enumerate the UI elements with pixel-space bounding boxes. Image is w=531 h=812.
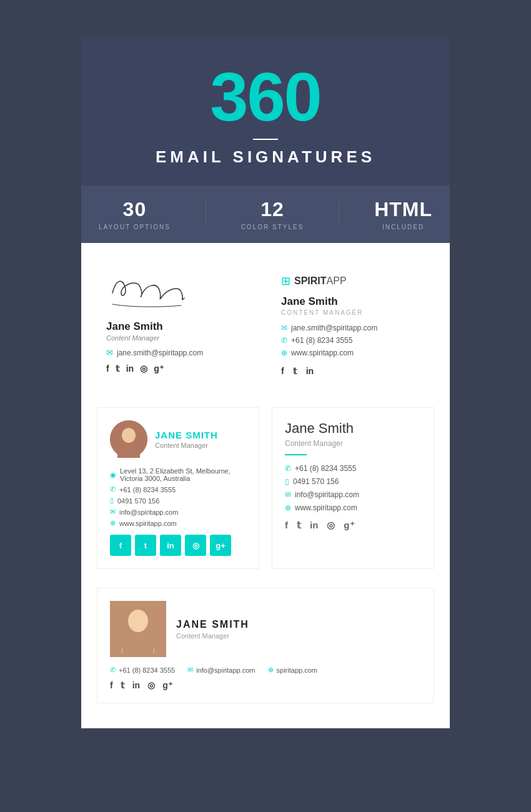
ig-icon-3[interactable]: ◎ <box>327 520 335 531</box>
googleplus-icon[interactable]: g⁺ <box>154 364 164 374</box>
sig2-right-title: Content Manager <box>285 439 421 448</box>
fb-btn[interactable]: f <box>110 535 131 556</box>
sig2-left-mobile: 0491 570 156 <box>117 497 159 505</box>
facebook-icon-2[interactable]: f <box>281 366 284 376</box>
sig3-phone-text: +61 (8) 8234 3555 <box>119 666 175 674</box>
sig2-left-name-block: JANE SMITH Content Manager <box>155 430 218 449</box>
sig3-title: Content Manager <box>176 632 249 640</box>
twitter-icon[interactable]: 𝕥 <box>116 364 120 374</box>
fb-icon-4[interactable]: f <box>110 680 113 690</box>
sig2-left-title: Content Manager <box>155 442 218 449</box>
instagram-icon[interactable]: ◎ <box>140 364 147 374</box>
stat-color: 12 COLOR STYLES <box>241 198 304 230</box>
stats-bar: 30 LAYOUT OPTIONS 12 COLOR STYLES HTML I… <box>81 186 450 243</box>
sig2-right-mobile-row: ▯ 0491 570 156 <box>285 477 421 486</box>
spirit-logo-text: SPIRITAPP <box>294 275 347 287</box>
signature-3: JANE SMITH Content Manager ✆ +61 (8) 823… <box>97 588 434 703</box>
stat-color-number: 12 <box>241 198 304 221</box>
sig3-social: f 𝕥 in ◎ g⁺ <box>110 680 421 690</box>
stat-html-number: HTML <box>374 198 432 221</box>
ig-btn[interactable]: ◎ <box>185 535 206 556</box>
map-icon: ◉ <box>110 471 116 479</box>
sig2-left-website-row: ⊕ www.spiritapp.com <box>110 519 246 527</box>
sig1-left-email: jane.smith@spiritapp.com <box>117 349 203 357</box>
envelope-icon-3: ✉ <box>110 508 116 516</box>
sig2-right-phone: +61 (8) 8234 3555 <box>295 464 356 473</box>
sig3-name: JANE SMITH <box>176 619 249 630</box>
main-card: 360 EMAIL SIGNATURES 30 LAYOUT OPTIONS 1… <box>81 37 450 728</box>
handwritten-signature <box>106 274 250 314</box>
stat-layout-number: 30 <box>99 198 171 221</box>
signature-2-right: Jane Smith Content Manager ✆ +61 (8) 823… <box>272 407 434 569</box>
globe-icon-4: ⊕ <box>268 666 274 674</box>
sig1-left-email-row: ✉ jane.smith@spiritapp.com <box>106 348 250 357</box>
gp-icon-3[interactable]: g⁺ <box>344 520 354 531</box>
sig2-left-header: JANE SMITH Content Manager <box>110 420 246 458</box>
twitter-icon-2[interactable]: 𝕥 <box>293 366 297 376</box>
sig1-right-website: www.spiritapp.com <box>291 349 354 357</box>
sig3-website: ⊕ spiritapp.com <box>268 666 317 674</box>
sig3-phone: ✆ +61 (8) 8234 3555 <box>110 666 175 674</box>
svg-rect-3 <box>117 445 140 458</box>
signature-1-right: ⊞ SPIRITAPP Jane Smith CONTENT MANAGER ✉… <box>272 262 434 389</box>
stat-color-label: COLOR STYLES <box>241 224 304 230</box>
sig3-header: JANE SMITH Content Manager <box>110 601 421 657</box>
li-icon-4[interactable]: in <box>132 680 140 690</box>
linkedin-icon-2[interactable]: in <box>306 366 314 376</box>
ig-icon-4[interactable]: ◎ <box>147 680 155 690</box>
hero-number: 360 <box>94 62 437 131</box>
envelope-icon-4: ✉ <box>285 490 291 499</box>
facebook-icon[interactable]: f <box>106 364 109 374</box>
sig2-right-phone-row: ✆ +61 (8) 8234 3555 <box>285 464 421 473</box>
sig1-right-website-row: ⊕ www.spiritapp.com <box>281 349 425 357</box>
signatures-section: Jane Smith Content Manager ✉ jane.smith@… <box>81 243 450 728</box>
sig1-right-social: f 𝕥 in <box>281 366 425 376</box>
tw-icon-3[interactable]: 𝕥 <box>297 520 301 531</box>
sig2-left-social: f t in ◎ g+ <box>110 535 246 556</box>
sig2-right-website: www.spiritapp.com <box>295 503 357 512</box>
sig1-right-email-row: ✉ jane.smith@spiritapp.com <box>281 324 425 332</box>
signature-row-2: JANE SMITH Content Manager ◉ Level 13, 2… <box>97 407 434 569</box>
linkedin-icon[interactable]: in <box>126 364 134 374</box>
sig3-photo <box>110 601 166 657</box>
signature-1-left: Jane Smith Content Manager ✉ jane.smith@… <box>97 262 259 389</box>
globe-icon: ⊕ <box>281 349 287 357</box>
stat-layout-label: LAYOUT OPTIONS <box>99 224 171 230</box>
sig1-left-name: Jane Smith <box>106 320 250 333</box>
gp-btn[interactable]: g+ <box>210 535 231 556</box>
svg-rect-7 <box>122 637 154 657</box>
phone-icon-4: ✆ <box>110 666 116 674</box>
hero-title: EMAIL SIGNATURES <box>94 147 437 167</box>
sig2-right-mobile: 0491 570 156 <box>293 477 339 486</box>
sig2-left-mobile-row: ▯ 0491 570 156 <box>110 497 246 505</box>
sig2-left-address-row: ◉ Level 13, 2 Elizabeth St, Melbourne, V… <box>110 467 246 482</box>
stat-html-label: INCLUDED <box>374 224 432 230</box>
svg-point-1 <box>122 428 136 443</box>
phone-icon: ✆ <box>281 336 287 345</box>
spirit-logo-icon: ⊞ <box>281 274 290 288</box>
sig1-right-email: jane.smith@spiritapp.com <box>291 324 377 332</box>
sig1-right-title: CONTENT MANAGER <box>281 309 425 316</box>
stat-divider-2 <box>339 202 339 227</box>
fb-icon-3[interactable]: f <box>285 520 288 531</box>
li-icon-3[interactable]: in <box>310 520 318 531</box>
sig2-left-phone-row: ✆ +61 (8) 8234 3555 <box>110 485 246 493</box>
mobile-icon-2: ▯ <box>285 477 289 486</box>
hero-section: 360 EMAIL SIGNATURES <box>81 37 450 186</box>
tw-btn[interactable]: t <box>135 535 156 556</box>
sig2-left-email: info@spiritapp.com <box>119 508 178 516</box>
sig2-right-email: info@spiritapp.com <box>295 490 359 499</box>
sig2-right-divider <box>285 454 307 455</box>
sig3-name-block: JANE SMITH Content Manager <box>176 619 249 640</box>
tw-icon-4[interactable]: 𝕥 <box>121 680 125 690</box>
sig2-right-name: Jane Smith <box>285 420 421 437</box>
sig1-left-social: f 𝕥 in ◎ g⁺ <box>106 364 250 374</box>
stat-divider-1 <box>206 202 206 227</box>
li-btn[interactable]: in <box>160 535 181 556</box>
sig1-right-phone: +61 (8) 8234 3555 <box>291 336 352 345</box>
sig2-left-name: JANE SMITH <box>155 430 218 440</box>
gp-icon-4[interactable]: g⁺ <box>162 680 172 690</box>
sig2-left-address: Level 13, 2 Elizabeth St, Melbourne, Vic… <box>120 467 246 482</box>
spirit-logo: ⊞ SPIRITAPP <box>281 274 425 288</box>
hero-divider <box>253 139 278 140</box>
